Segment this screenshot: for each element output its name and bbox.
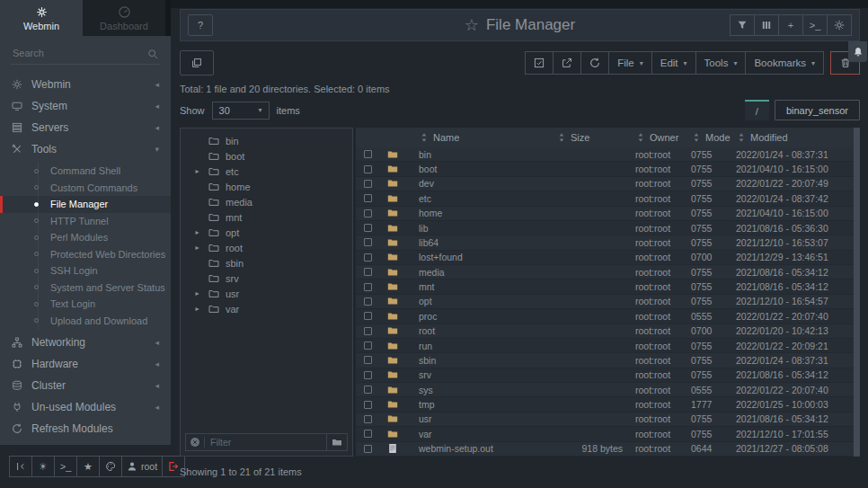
sidebar-section-servers[interactable]: Servers◂ [0,117,171,138]
row-checkbox[interactable] [364,312,372,320]
row-checkbox[interactable] [364,371,372,379]
clear-filter-icon[interactable] [190,437,200,448]
table-scrollbar[interactable] [854,128,860,457]
table-row-mnt[interactable]: mntroot:root07552021/08/16 - 05:34:12 [356,279,860,294]
column-header-modified[interactable]: Modified [736,132,860,143]
columns-button[interactable] [754,14,779,36]
sidebar-item-protected-web-directories[interactable]: Protected Web Directories [0,246,171,263]
sidebar-item-text-login[interactable]: Text Login [0,296,171,313]
sidebar-section-webmin[interactable]: Webmin◂ [0,74,171,95]
table-row-lib[interactable]: libroot:root07552021/08/16 - 05:36:30 [356,221,860,235]
menu-edit[interactable]: Edit▾ [651,51,696,75]
menu-tools[interactable]: Tools▾ [695,51,747,75]
table-row-srv[interactable]: srvroot:root07552021/08/16 - 05:34:12 [356,368,860,383]
row-checkbox[interactable] [364,224,372,232]
tree-item-opt[interactable]: ▸opt [181,225,352,240]
sidebar-item-ssh-login[interactable]: SSH Login [0,262,171,279]
row-checkbox[interactable] [364,253,372,262]
tree-folder-button[interactable] [326,434,347,450]
sidebar-item-system-and-server-status[interactable]: System and Server Status [0,279,171,297]
tree-item-media[interactable]: media [181,194,352,209]
table-row-proc[interactable]: procroot:root05552022/01/22 - 20:07:40 [356,309,860,324]
sidebar-section-cluster[interactable]: Cluster◂ [0,375,171,396]
column-header-owner[interactable]: Owner [635,132,691,143]
sidebar-item-perl-modules[interactable]: Perl Modules [0,229,171,246]
tree-item-sbin[interactable]: sbin [181,255,352,271]
sidebar-item-command-shell[interactable]: Command Shell [0,163,171,180]
table-row-root[interactable]: rootroot:root07002022/01/20 - 10:42:13 [356,324,860,339]
breadcrumb-binary-sensor[interactable]: binary_sensor [775,100,860,120]
menu-file[interactable]: File▾ [608,51,652,75]
tree-item-usr[interactable]: ▸usr [181,286,352,301]
row-checkbox[interactable] [364,209,372,217]
row-checkbox[interactable] [364,297,372,306]
sidebar-item-file-manager[interactable]: File Manager [0,196,171,213]
palette-button[interactable] [99,456,122,477]
table-row-lib64[interactable]: lib64root:root07552021/12/10 - 16:53:07 [356,235,860,250]
row-checkbox[interactable] [364,194,372,202]
expand-icon[interactable]: ▸ [192,228,202,236]
breadcrumb-root[interactable]: / [745,100,769,120]
table-row-dev[interactable]: devroot:root07552022/01/22 - 20:07:49 [356,177,860,191]
sidebar-item-http-tunnel[interactable]: HTTP Tunnel [0,213,171,230]
table-row-run[interactable]: runroot:root07552022/01/22 - 20:09:21 [356,339,860,353]
table-row-media[interactable]: mediaroot:root07552021/08/16 - 05:34:12 [356,265,860,279]
row-checkbox[interactable] [364,401,372,409]
tree-item-root[interactable]: ▸root [181,240,352,255]
column-header-name[interactable]: Name [406,132,556,143]
tree-item-mnt[interactable]: mnt [181,209,352,225]
row-checkbox[interactable] [364,415,372,423]
row-checkbox[interactable] [364,165,372,173]
table-row-bin[interactable]: binroot:root07552022/01/24 - 08:37:31 [356,147,860,162]
row-checkbox[interactable] [364,430,372,438]
tree-item-home[interactable]: home [181,179,352,194]
notifications-button[interactable] [848,41,867,62]
table-row-var[interactable]: varroot:root07552021/12/10 - 17:01:55 [356,427,860,441]
row-checkbox[interactable] [364,180,372,188]
column-header-mode[interactable]: Mode [691,132,736,143]
page-size-select[interactable]: 30 ▾ [212,102,270,120]
table-row-etc[interactable]: etcroot:root07552022/01/24 - 08:37:42 [356,191,860,206]
collapse-button[interactable] [9,456,32,477]
row-checkbox[interactable] [364,268,372,276]
table-row-opt[interactable]: optroot:root07552021/12/10 - 16:54:57 [356,295,860,309]
table-row-lost-found[interactable]: lost+foundroot:root07002021/12/29 - 13:4… [356,251,860,265]
plus-button[interactable]: + [778,14,803,36]
search-input[interactable] [11,42,160,64]
row-checkbox[interactable] [364,150,372,158]
refresh-button[interactable] [580,51,609,75]
row-checkbox[interactable] [364,283,372,291]
table-row-home[interactable]: homeroot:root07552021/04/10 - 16:15:00 [356,207,860,221]
select-all-button[interactable] [525,51,554,75]
star-button[interactable]: ★ [76,456,100,477]
row-checkbox[interactable] [364,238,372,246]
gear-button[interactable] [827,14,852,36]
filter-button[interactable] [730,14,755,36]
sidebar-item-upload-and-download[interactable]: Upload and Download [0,313,171,330]
expand-icon[interactable]: ▸ [192,305,202,313]
tree-item-bin[interactable]: bin [181,133,352,148]
tree-item-srv[interactable]: srv [181,271,352,286]
column-header-size[interactable]: Size [556,132,635,143]
expand-icon[interactable]: ▸ [192,167,202,175]
sidebar-section-un-used-modules[interactable]: Un-used Modules◂ [0,396,171,418]
table-row-sys[interactable]: sysroot:root05552022/01/22 - 20:07:40 [356,383,860,397]
menu-bookmarks[interactable]: Bookmarks▾ [745,51,824,75]
table-row-sbin[interactable]: sbinroot:root07552022/01/24 - 08:37:31 [356,353,860,368]
table-row-boot[interactable]: bootroot:root07552021/04/10 - 16:15:00 [356,162,860,176]
table-row-tmp[interactable]: tmproot:root17772022/01/25 - 10:00:03 [356,397,860,412]
copy-path-button[interactable] [180,50,214,75]
sidebar-section-hardware[interactable]: Hardware◂ [0,353,171,375]
row-checkbox[interactable] [364,327,372,335]
tree-item-etc[interactable]: ▸etc [181,164,352,179]
tab-webmin[interactable]: Webmin [0,0,83,36]
expand-icon[interactable]: ▸ [192,289,202,297]
sidebar-item-custom-commands[interactable]: Custom Commands [0,180,171,197]
table-row-usr[interactable]: usrroot:root07552021/08/16 - 05:34:12 [356,413,860,427]
row-checkbox[interactable] [364,386,372,394]
terminal-button[interactable]: >_ [54,456,77,477]
terminal-button[interactable]: >_ [802,14,828,36]
row-checkbox[interactable] [364,445,372,453]
export-button[interactable] [553,51,581,75]
sidebar-section-refresh-modules[interactable]: Refresh Modules [0,418,171,439]
